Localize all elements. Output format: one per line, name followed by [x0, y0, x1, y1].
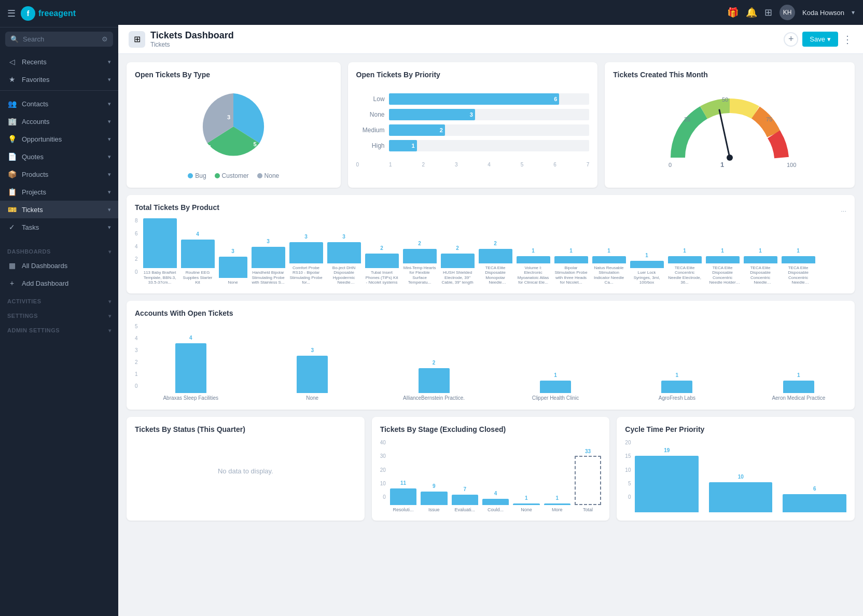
activities-section[interactable]: ACTIVITIES ▾: [0, 294, 118, 306]
logo-icon: f: [21, 6, 35, 21]
svg-text:1: 1: [720, 161, 724, 169]
avatar[interactable]: KH: [780, 5, 795, 20]
tickets-chevron: ▾: [108, 206, 111, 213]
sidebar-item-products[interactable]: 📦 Products ▾: [0, 165, 118, 183]
total-by-product-title: Total Tickets By Product: [135, 203, 219, 212]
product-bar-label: Luer Lock Syringes, 3ml, 100/box: [630, 270, 664, 285]
account-bar-group: 3None: [265, 331, 360, 401]
product-bar-group: 2HUSH Shielded Electrode, 39" Cable, 39"…: [441, 218, 475, 285]
product-bar-label: Bo-ject DHN Disposable Hypodermic Needle…: [327, 265, 361, 285]
product-bar-group: 3None: [219, 221, 247, 285]
sidebar-item-favorites[interactable]: ★ Favorites ▾: [0, 71, 118, 88]
product-bar-group: 1TECA Elite Disposable Concentric Needle…: [706, 218, 740, 285]
stage-bar-label: None: [521, 507, 532, 512]
stage-bar: 33: [575, 456, 601, 505]
product-bar: 1: [592, 256, 626, 263]
gift-icon[interactable]: 🎁: [727, 7, 739, 18]
products-label: Products: [22, 171, 103, 178]
stage-bar-group: 1None: [513, 445, 539, 512]
recents-label: Recents: [22, 58, 103, 66]
product-bar: 3: [289, 242, 323, 263]
main-content: 🎁 🔔 ⊞ KH Koda Howson ▾ ⊞ Tickets Dashboa…: [118, 0, 863, 616]
cycle-y-axis: 20151050: [625, 440, 633, 512]
page-title-area: ⊞ Tickets Dashboard Tickets: [129, 30, 234, 48]
user-chevron-icon[interactable]: ▾: [852, 9, 855, 16]
dashboards-section[interactable]: DASHBOARDS ▾: [0, 244, 118, 257]
svg-point-4: [727, 155, 733, 161]
product-scroll-chart[interactable]: 7113 Baby BraiNet Template, BBN-3, 33.5-…: [143, 218, 846, 285]
by-stage-title: Tickets By Stage (Excluding Closed): [380, 425, 602, 433]
product-bar: 7: [143, 218, 177, 268]
product-bar-label: TECA Elite Concentric Needle Electrode, …: [668, 265, 702, 285]
product-bar-label: Tubal Insert Phones (TIPs) Kit - Nicolet…: [365, 270, 399, 285]
svg-text:4: 4: [208, 144, 212, 150]
cycle-bar-group: 10: [709, 453, 773, 512]
priority-label-medium: Medium: [356, 127, 385, 134]
account-bar-group: 2AllianceBernstein Practice.: [386, 331, 481, 401]
search-bar[interactable]: 🔍 Search ⚙: [5, 32, 113, 47]
settings-icon[interactable]: ⚙: [102, 35, 108, 43]
bell-icon[interactable]: 🔔: [746, 7, 757, 18]
svg-text:3: 3: [227, 114, 230, 120]
page-header: ⊞ Tickets Dashboard Tickets + Save ▾ ⋮: [118, 25, 863, 54]
svg-line-3: [719, 110, 730, 158]
product-bar-group: 3Bo-ject DHN Disposable Hypodermic Needl…: [327, 218, 361, 285]
product-bar: 1: [668, 256, 702, 263]
sidebar-item-all-dashboards[interactable]: ▦ All Dashboards: [0, 257, 118, 274]
sidebar-item-projects[interactable]: 📋 Projects ▾: [0, 183, 118, 201]
more-options-button[interactable]: ⋮: [842, 33, 853, 46]
favorites-label: Favorites: [22, 76, 103, 83]
product-bar: 2: [365, 254, 399, 268]
tasks-icon: ✓: [7, 223, 17, 231]
stage-bar: 11: [390, 488, 416, 505]
sidebar-item-quotes[interactable]: 📄 Quotes ▾: [0, 148, 118, 165]
account-bar: 2: [419, 368, 450, 393]
add-widget-button[interactable]: +: [784, 32, 798, 47]
account-bar-group: 1Clipper Health Clinic: [508, 331, 603, 401]
svg-text:5: 5: [254, 141, 257, 147]
save-button[interactable]: Save ▾: [802, 32, 838, 47]
by-stage-card: Tickets By Stage (Excluding Closed) 4030…: [372, 417, 610, 521]
add-dashboard-label: Add Dashboard: [22, 279, 111, 287]
sidebar-item-tickets[interactable]: 🎫 Tickets ▾: [0, 201, 118, 218]
page-title: Tickets Dashboard: [150, 30, 234, 41]
grid-icon[interactable]: ⊞: [764, 7, 772, 18]
product-bar: 3: [327, 242, 361, 263]
product-bar: 1: [517, 256, 550, 263]
cycle-time-card: Cycle Time Per Priority 20151050 19106: [617, 417, 855, 521]
product-bar: 3: [219, 257, 247, 278]
page-title-icon: ⊞: [129, 31, 145, 48]
accounts-icon: 🏢: [7, 117, 17, 125]
product-bar-label: Routine EEG Supplies Starter Kit: [181, 270, 215, 285]
account-bar: 1: [661, 381, 692, 393]
stage-bar: 1: [513, 503, 539, 505]
product-bar-group: 3Comfort Probe RS10 - Bipolar Stimulatin…: [289, 218, 323, 285]
priority-row-none: None 3: [356, 109, 590, 120]
products-chevron: ▾: [108, 171, 111, 178]
settings-section[interactable]: SETTINGS ▾: [0, 309, 118, 321]
product-bar: 2: [441, 254, 475, 268]
sidebar-item-contacts[interactable]: 👥 Contacts ▾: [0, 95, 118, 113]
product-bar: 2: [479, 249, 512, 263]
product-bar: 1: [630, 261, 664, 268]
product-bar-label: Bipolar Stimulation Probe with three Hea…: [554, 265, 588, 285]
gauge-svg: 0 50 100 25 75 1: [662, 90, 797, 173]
favorites-icon: ★: [7, 75, 17, 83]
product-bar: 1: [744, 256, 777, 263]
product-bar: 1: [554, 256, 588, 263]
priority-row-low: Low 6: [356, 93, 590, 105]
tasks-chevron: ▾: [108, 224, 111, 231]
no-data-message: No data to display.: [135, 440, 356, 502]
product-chart-more[interactable]: ···: [841, 207, 846, 215]
tickets-icon: 🎫: [7, 205, 17, 214]
sidebar-item-tasks[interactable]: ✓ Tasks ▾: [0, 218, 118, 236]
product-bar-group: 1Bipolar Stimulation Probe with three He…: [554, 218, 588, 285]
admin-settings-section[interactable]: ADMIN SETTINGS ▾: [0, 323, 118, 335]
sidebar-item-add-dashboard[interactable]: + Add Dashboard: [0, 274, 118, 292]
sidebar-item-opportunities[interactable]: 💡 Opportunities ▾: [0, 130, 118, 148]
hamburger-icon[interactable]: ☰: [7, 8, 16, 19]
svg-text:25: 25: [684, 116, 690, 122]
sidebar-item-recents[interactable]: ◁ Recents ▾: [0, 53, 118, 71]
sidebar-item-accounts[interactable]: 🏢 Accounts ▾: [0, 113, 118, 130]
pie-chart-svg: 3 5 4: [192, 85, 275, 168]
